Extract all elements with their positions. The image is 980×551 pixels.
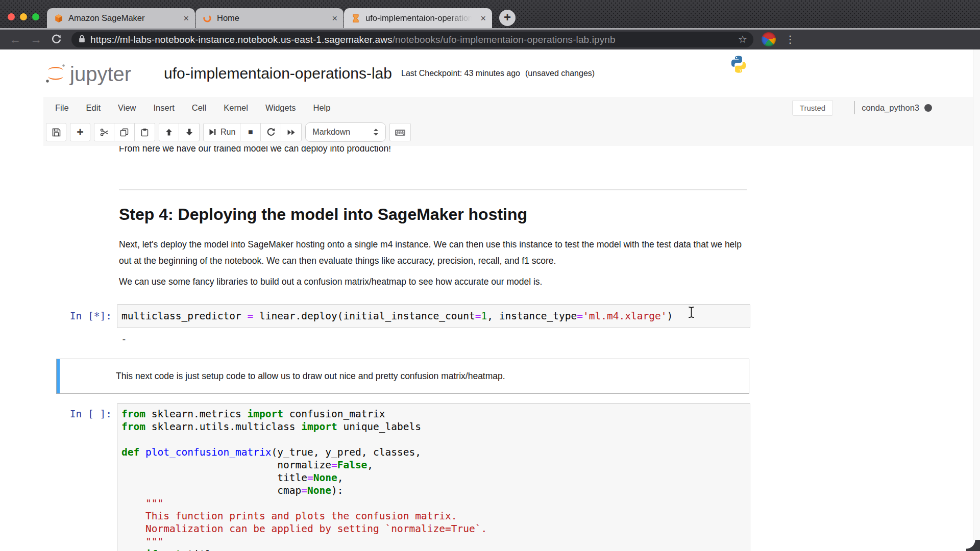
input-prompt: In [*]: bbox=[56, 304, 117, 322]
markdown-paragraph: Next, let's deploy the model into SageMa… bbox=[119, 237, 750, 269]
minimize-window-button[interactable] bbox=[20, 13, 27, 20]
new-tab-button[interactable]: + bbox=[499, 10, 516, 26]
close-tab-icon[interactable]: × bbox=[332, 14, 337, 23]
code-cell-setup: In [ ]: from sklearn.metrics import conf… bbox=[56, 403, 750, 551]
toolbar: + bbox=[43, 118, 973, 146]
menu-cell[interactable]: Cell bbox=[183, 103, 215, 113]
unsaved-status: (unsaved changes) bbox=[525, 69, 595, 78]
profile-avatar[interactable] bbox=[762, 32, 776, 46]
menu-help[interactable]: Help bbox=[305, 103, 339, 113]
jupyter-logo[interactable]: jupyter bbox=[44, 63, 131, 84]
stop-icon: ■ bbox=[248, 128, 253, 137]
scrollbar[interactable] bbox=[973, 49, 980, 551]
run-icon bbox=[208, 128, 216, 136]
restart-run-all-button[interactable] bbox=[281, 123, 302, 141]
paste-cell-button[interactable] bbox=[135, 123, 155, 141]
notebook-title[interactable]: ufo-implementaion-operations-lab bbox=[164, 65, 392, 82]
checkpoint-status: Last Checkpoint: 43 minutes ago bbox=[401, 69, 520, 78]
paste-icon bbox=[140, 128, 149, 137]
run-cell-button[interactable]: Run bbox=[203, 123, 240, 141]
jupyter-chrome: File Edit View Insert Cell Kernel Widget… bbox=[43, 97, 973, 146]
tab-amazon-sagemaker[interactable]: Amazon SageMaker × bbox=[47, 8, 195, 28]
section-heading: Step 4: Deploying the model into SageMak… bbox=[119, 205, 527, 224]
notebook-scroll-area[interactable]: From here we have our trained model we c… bbox=[0, 146, 973, 551]
menu-bar: File Edit View Insert Cell Kernel Widget… bbox=[43, 97, 973, 118]
arrow-up-icon bbox=[165, 128, 173, 136]
mouse-cursor-ibeam bbox=[688, 306, 695, 320]
code-line: title=None, bbox=[121, 471, 746, 484]
notebook-status-area: Trusted conda_python3 bbox=[792, 100, 973, 116]
interrupt-kernel-button[interactable]: ■ bbox=[240, 123, 261, 141]
markdown-paragraph: We can use some fancy libraries to build… bbox=[119, 277, 542, 287]
code-line: """ bbox=[121, 535, 746, 548]
code-line: cmap=None): bbox=[121, 484, 746, 497]
close-tab-icon[interactable]: × bbox=[183, 14, 189, 23]
code-line: def plot_confusion_matrix(y_true, y_pred… bbox=[121, 446, 746, 459]
menu-file[interactable]: File bbox=[46, 103, 78, 113]
kernel-name: conda_python3 bbox=[862, 103, 919, 113]
add-cell-button[interactable]: + bbox=[70, 123, 90, 141]
arrow-down-icon bbox=[185, 128, 193, 136]
markdown-hr bbox=[119, 189, 747, 190]
zoom-window-button[interactable] bbox=[32, 13, 39, 20]
code-line: from sklearn.utils.multiclass import uni… bbox=[121, 420, 746, 433]
dropdown-arrows-icon bbox=[373, 128, 379, 136]
menu-edit[interactable]: Edit bbox=[78, 103, 109, 113]
copy-cell-button[interactable] bbox=[114, 123, 135, 141]
kernel-busy-indicator bbox=[924, 104, 932, 112]
fast-forward-icon bbox=[287, 128, 296, 137]
tab-home[interactable]: Home × bbox=[195, 8, 344, 28]
menu-insert[interactable]: Insert bbox=[145, 103, 183, 113]
browser-toolbar: ← → https://ml-labs-notebook-instance.no… bbox=[0, 30, 980, 49]
tab-ufo-notebook[interactable]: ufo-implementaion-operations × bbox=[344, 8, 492, 28]
address-bar[interactable]: https://ml-labs-notebook-instance.notebo… bbox=[71, 32, 753, 47]
url-domain: https://ml-labs-notebook-instance.notebo… bbox=[90, 34, 393, 45]
tab-title: ufo-implementaion-operations bbox=[365, 13, 476, 23]
code-line: This function prints and plots the confu… bbox=[121, 510, 746, 522]
trusted-button[interactable]: Trusted bbox=[792, 100, 833, 116]
screen: Amazon SageMaker × Home × ufo-implementa… bbox=[0, 0, 980, 551]
close-window-button[interactable] bbox=[8, 13, 15, 20]
close-tab-icon[interactable]: × bbox=[480, 14, 486, 23]
python-logo-icon bbox=[729, 55, 748, 76]
code-line: Normalization can be applied by setting … bbox=[121, 522, 746, 535]
back-icon[interactable]: ← bbox=[9, 30, 21, 49]
command-palette-button[interactable] bbox=[389, 123, 411, 141]
cut-cell-button[interactable] bbox=[94, 123, 114, 141]
divider bbox=[854, 101, 855, 114]
code-line: if not title: bbox=[121, 548, 746, 551]
menu-view[interactable]: View bbox=[109, 103, 144, 113]
selected-markdown-cell[interactable]: This next code is just setup code to all… bbox=[56, 359, 749, 394]
save-icon bbox=[52, 128, 61, 137]
save-button[interactable] bbox=[46, 123, 66, 141]
cell-output-text: - bbox=[121, 334, 127, 345]
code-line: multiclass_predictor = linear.deploy(ini… bbox=[121, 310, 746, 322]
sagemaker-cube-icon bbox=[54, 14, 63, 23]
code-line: from sklearn.metrics import confusion_ma… bbox=[121, 408, 746, 420]
restart-kernel-button[interactable] bbox=[261, 123, 281, 141]
move-cell-up-button[interactable] bbox=[159, 123, 179, 141]
url-text: https://ml-labs-notebook-instance.notebo… bbox=[90, 34, 616, 45]
code-input-area[interactable]: from sklearn.metrics import confusion_ma… bbox=[117, 403, 750, 551]
desktop-corner bbox=[966, 540, 980, 551]
browser-menu-icon[interactable]: ⋮ bbox=[785, 30, 795, 49]
code-line bbox=[121, 433, 746, 446]
move-cell-down-button[interactable] bbox=[179, 123, 200, 141]
menu-widgets[interactable]: Widgets bbox=[257, 103, 305, 113]
cell-type-value: Markdown bbox=[312, 128, 350, 137]
bookmark-star-icon[interactable]: ☆ bbox=[738, 32, 747, 47]
input-prompt: In [ ]: bbox=[56, 403, 117, 420]
window-controls bbox=[8, 13, 39, 20]
jupyter-logo-text: jupyter bbox=[70, 64, 131, 84]
reload-icon[interactable] bbox=[51, 34, 62, 47]
code-line: normalize=False, bbox=[121, 459, 746, 471]
markdown-note: This next code is just setup code to all… bbox=[116, 371, 505, 382]
code-line: """ bbox=[121, 497, 746, 510]
code-input-area[interactable]: multiclass_predictor = linear.deploy(ini… bbox=[117, 304, 750, 328]
code-cell-deploy: In [*]: multiclass_predictor = linear.de… bbox=[56, 304, 750, 328]
cell-type-select[interactable]: Markdown bbox=[305, 122, 386, 142]
menu-kernel[interactable]: Kernel bbox=[215, 103, 257, 113]
loading-hourglass-icon bbox=[351, 14, 360, 23]
tab-title: Home bbox=[217, 13, 328, 23]
forward-icon[interactable]: → bbox=[30, 30, 42, 49]
